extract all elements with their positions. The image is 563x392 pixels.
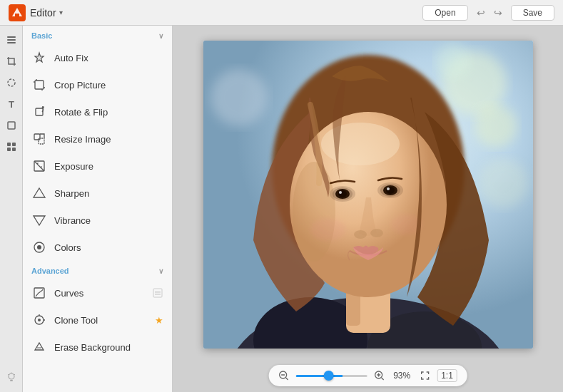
svg-text:T: T — [9, 99, 14, 110]
fullscreen-icon[interactable] — [420, 371, 430, 381]
canvas-area: 93% 1:1 — [173, 26, 563, 392]
pattern-strip-icon[interactable] — [3, 138, 20, 155]
crop-picture-label: Crop Picture — [54, 80, 106, 91]
svg-point-60 — [370, 229, 383, 237]
svg-rect-8 — [7, 143, 11, 146]
svg-point-47 — [293, 162, 335, 262]
tool-item-erase-background[interactable]: Erase Background — [23, 334, 172, 361]
svg-rect-27 — [153, 289, 162, 297]
svg-rect-9 — [12, 143, 16, 146]
save-button[interactable]: Save — [511, 5, 554, 21]
vibrance-icon — [31, 212, 47, 228]
advanced-section-header[interactable]: Advanced ∨ — [23, 261, 172, 279]
editor-title-text: Editor — [30, 7, 56, 19]
zoom-in-icon[interactable] — [374, 371, 384, 381]
vibrance-label: Vibrance — [54, 215, 91, 226]
layers-icon[interactable] — [3, 31, 20, 48]
erase-background-icon — [31, 339, 47, 355]
resize-image-label: Resize Image — [54, 134, 111, 145]
top-bar: Editor ▾ Open ↩ ↪ Save — [0, 0, 563, 26]
svg-point-39 — [211, 69, 268, 126]
svg-rect-19 — [34, 134, 40, 140]
zoom-percent: 93% — [391, 371, 412, 381]
tool-item-resize-image[interactable]: Resize Image — [23, 125, 172, 153]
svg-point-53 — [339, 191, 342, 194]
redo-button[interactable]: ↪ — [491, 6, 505, 20]
rotate-flip-icon — [31, 104, 47, 120]
tool-item-crop-picture[interactable]: Crop Picture — [23, 71, 172, 98]
clone-tool-label: Clone Tool — [54, 315, 98, 326]
undo-button[interactable]: ↩ — [474, 6, 488, 20]
top-bar-center: Open ↩ ↪ Save — [422, 5, 554, 21]
crop-picture-icon — [31, 77, 47, 93]
svg-line-67 — [381, 378, 383, 380]
shape-strip-icon[interactable] — [3, 117, 20, 134]
curves-icon — [31, 285, 47, 301]
svg-point-37 — [435, 44, 471, 80]
tool-item-colors[interactable]: Colors — [23, 234, 172, 261]
tool-item-curves[interactable]: Curves — [23, 279, 172, 306]
svg-point-58 — [387, 187, 390, 190]
svg-rect-29 — [155, 294, 161, 295]
svg-point-12 — [9, 373, 14, 379]
icon-strip: T — [0, 26, 23, 392]
tool-item-exposure[interactable]: Exposure — [23, 153, 172, 180]
text-strip-icon[interactable]: T — [3, 96, 20, 113]
rotate-flip-label: Rotate & Flip — [54, 107, 108, 118]
tool-item-clone-tool[interactable]: Clone Tool ★ — [23, 306, 172, 334]
svg-rect-1 — [15, 14, 19, 16]
editor-title-chevron: ▾ — [59, 9, 63, 16]
svg-rect-18 — [36, 108, 43, 115]
zoom-ratio[interactable]: 1:1 — [437, 369, 457, 382]
clone-tool-icon — [31, 312, 47, 328]
left-panel: Basic ∨ Auto Fix Crop Picture — [23, 26, 173, 392]
advanced-section-label: Advanced — [31, 267, 69, 275]
svg-rect-17 — [35, 81, 44, 89]
photo-frame — [203, 41, 533, 349]
exposure-label: Exposure — [54, 161, 93, 172]
tool-item-vibrance[interactable]: Vibrance — [23, 207, 172, 234]
svg-rect-20 — [39, 138, 44, 144]
auto-fix-icon — [31, 50, 47, 66]
advanced-section-chevron: ∨ — [158, 267, 163, 275]
basic-section-header[interactable]: Basic ∨ — [23, 26, 172, 44]
svg-marker-22 — [34, 188, 45, 197]
curves-label: Curves — [54, 288, 83, 299]
zoom-out-icon[interactable] — [278, 371, 288, 381]
svg-rect-10 — [7, 148, 11, 151]
editor-title[interactable]: Editor ▾ — [30, 7, 63, 19]
portrait-image — [203, 41, 533, 349]
basic-section-label: Basic — [31, 31, 52, 40]
colors-icon — [31, 239, 47, 255]
svg-marker-23 — [34, 216, 45, 225]
main-content: T — [0, 26, 563, 392]
svg-rect-13 — [10, 380, 13, 381]
crop-strip-icon[interactable] — [3, 53, 20, 70]
tool-item-rotate-flip[interactable]: Rotate & Flip — [23, 98, 172, 125]
auto-fix-label: Auto Fix — [54, 53, 88, 63]
lightbulb-icon[interactable] — [3, 369, 20, 386]
erase-background-label: Erase Background — [54, 342, 131, 353]
app-logo — [9, 4, 26, 21]
svg-point-38 — [478, 158, 528, 208]
undo-redo-group: ↩ ↪ — [474, 6, 505, 20]
open-button[interactable]: Open — [422, 5, 467, 21]
svg-rect-28 — [155, 292, 161, 293]
strip-bottom — [3, 369, 20, 392]
top-bar-left: Editor ▾ — [9, 4, 63, 21]
clone-tool-star-badge: ★ — [155, 315, 163, 326]
zoom-slider[interactable] — [295, 375, 367, 377]
svg-point-5 — [8, 79, 15, 86]
svg-point-59 — [354, 230, 367, 239]
svg-point-31 — [38, 319, 41, 321]
svg-point-36 — [475, 105, 517, 148]
lasso-strip-icon[interactable] — [3, 74, 20, 91]
svg-line-64 — [285, 378, 288, 380]
tool-item-sharpen[interactable]: Sharpen — [23, 180, 172, 207]
svg-point-61 — [310, 218, 346, 241]
svg-rect-11 — [12, 148, 16, 151]
resize-image-icon — [31, 131, 47, 147]
sharpen-icon — [31, 185, 47, 201]
svg-line-16 — [8, 374, 9, 375]
tool-item-auto-fix[interactable]: Auto Fix — [23, 44, 172, 71]
